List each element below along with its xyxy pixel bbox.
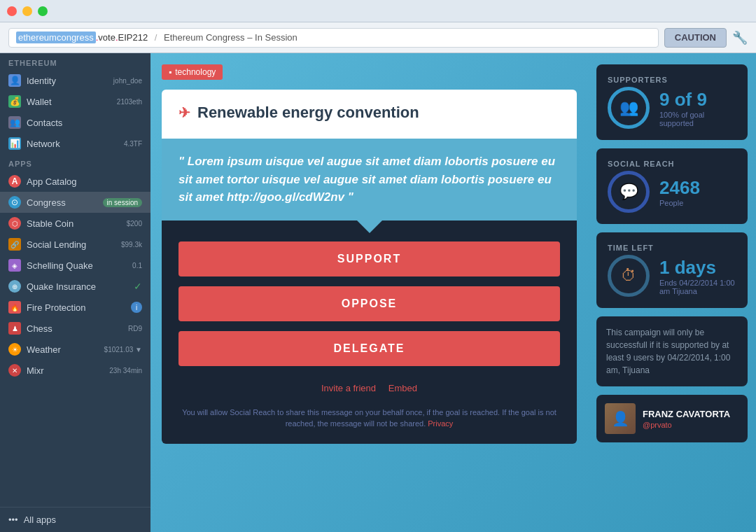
time-left-icon: ⏱	[621, 267, 636, 285]
social-reach-value: 2468	[659, 177, 700, 199]
sidebar-label-weather: Weather	[27, 344, 99, 355]
main-panel: ▪ technology ✈ Renewable energy conventi…	[150, 53, 588, 532]
supporters-card: SUPPORTERS 👥 9 of 9 100% of goal support…	[596, 64, 748, 140]
action-card: SUPPORT OPPOSE DELEGATE Invite a friend …	[162, 220, 577, 444]
sidebar-label-network: Network	[27, 139, 118, 149]
sidebar-section-ethereum: ETHEREUM	[0, 53, 150, 70]
congress-icon: ⊙	[8, 196, 21, 209]
url-field[interactable]: ethereumcongress . vote . EIP212 / Ether…	[8, 28, 659, 48]
tech-badge-icon: ▪	[169, 67, 172, 77]
sidebar-label-mixr: Mixr	[27, 365, 104, 376]
card-title: ✈ Renewable energy convention	[178, 104, 560, 122]
time-left-label: TIME LEFT	[608, 244, 654, 252]
sidebar-badge-weather: $1021.03 ▼	[104, 346, 142, 354]
sidebar-item-chess[interactable]: ♟ Chess RD9	[0, 318, 150, 339]
supporters-icon: 👥	[620, 99, 638, 117]
sidebar-badge-mixr: 23h 34min	[109, 367, 142, 374]
sociallending-icon: 🔗	[8, 238, 21, 251]
mixr-icon: ✕	[8, 364, 21, 377]
card-title-text: Renewable energy convention	[197, 104, 419, 122]
sidebar-label-sociallending: Social Lending	[27, 239, 115, 250]
sidebar-badge-quakeinsurance: ✓	[134, 281, 142, 292]
urlbar: ethereumcongress . vote . EIP212 / Ether…	[0, 22, 756, 53]
tech-badge-label: technology	[175, 67, 216, 77]
caution-button[interactable]: CAUTION	[664, 28, 727, 48]
schellingquake-icon: ◈	[8, 259, 21, 272]
social-reach-row: 💬 2468 People	[608, 171, 736, 213]
supporters-row: 👥 9 of 9 100% of goal supported	[608, 87, 736, 129]
social-reach-circle: 💬	[608, 171, 650, 213]
tech-badge: ▪ technology	[162, 64, 223, 80]
url-part-vote: vote	[98, 32, 115, 43]
url-separator: /	[152, 32, 160, 43]
sidebar-item-weather[interactable]: ☀ Weather $1021.03 ▼	[0, 339, 150, 360]
person-name: FRANZ CAVATORTA	[643, 409, 730, 419]
person-handle: @prvato	[643, 421, 730, 429]
sidebar-badge-stablecoin: $200	[127, 220, 142, 227]
title-card: ✈ Renewable energy convention	[162, 90, 577, 139]
delegate-button[interactable]: DELEGATE	[178, 331, 560, 366]
quote-card: " Lorem ipsum uisque vel augue sit amet …	[162, 139, 577, 220]
sidebar-item-schellingquake[interactable]: ◈ Schelling Quake 0.1	[0, 255, 150, 276]
close-button[interactable]	[7, 6, 17, 16]
identity-icon: 👤	[8, 74, 21, 87]
sidebar-item-appcatalog[interactable]: A App Catalog	[0, 171, 150, 192]
content-area: ▪ technology ✈ Renewable energy conventi…	[150, 53, 756, 532]
oppose-button[interactable]: OPPOSE	[178, 286, 560, 321]
sidebar-item-congress[interactable]: ⊙ Congress in session	[0, 192, 150, 213]
supporters-circle: 👥	[608, 87, 650, 129]
time-left-card: TIME LEFT ⏱ 1 days Ends 04/22/2014 1:00 …	[596, 232, 748, 308]
sidebar-label-appcatalog: App Catalog	[27, 176, 142, 187]
supporters-sub: 100% of goal supported	[659, 111, 736, 127]
time-left-circle: ⏱	[608, 255, 650, 297]
sidebar-item-sociallending[interactable]: 🔗 Social Lending $99.3k	[0, 234, 150, 255]
embed-link[interactable]: Embed	[388, 383, 417, 393]
time-left-sub: Ends 04/22/2014 1:00 am Tijuana	[659, 279, 736, 295]
invite-link[interactable]: Invite a friend	[321, 383, 376, 393]
sidebar-badge-sociallending: $99.3k	[121, 241, 142, 248]
sidebar-label-schellingquake: Schelling Quake	[27, 260, 127, 271]
quakeinsurance-icon: ⊕	[8, 280, 21, 293]
sidebar-item-contacts[interactable]: 👥 Contacts	[0, 112, 150, 133]
fireprotection-icon: 🔥	[8, 301, 21, 314]
stablecoin-icon: ⬡	[8, 217, 21, 230]
social-reach-card: SOCIAL REACH 💬 2468 People	[596, 148, 748, 224]
sidebar: ETHEREUM 👤 Identity john_doe 💰 Wallet 21…	[0, 53, 150, 532]
minimize-button[interactable]	[22, 6, 32, 16]
url-part-domain: ethereumcongress	[16, 31, 96, 43]
all-apps-label: All apps	[24, 514, 56, 525]
person-card: 👤 FRANZ CAVATORTA @prvato	[596, 395, 748, 442]
right-panel: SUPPORTERS 👥 9 of 9 100% of goal support…	[588, 53, 756, 532]
titlebar	[0, 0, 756, 22]
campaign-note: This campaign will only be successfull i…	[596, 316, 748, 386]
wallet-icon: 💰	[8, 95, 21, 108]
support-button[interactable]: SUPPORT	[178, 241, 560, 276]
sidebar-item-wallet[interactable]: 💰 Wallet 2103eth	[0, 91, 150, 112]
sidebar-badge-congress: in session	[103, 198, 142, 207]
invite-row: Invite a friend Embed	[178, 376, 560, 397]
sidebar-item-mixr[interactable]: ✕ Mixr 23h 34min	[0, 360, 150, 381]
sidebar-item-network[interactable]: 📊 Network 4.3TF	[0, 133, 150, 154]
maximize-button[interactable]	[38, 6, 48, 16]
sidebar-item-quakeinsurance[interactable]: ⊕ Quake Insurance ✓	[0, 276, 150, 297]
all-apps-dots: •••	[8, 514, 18, 525]
time-left-row: ⏱ 1 days Ends 04/22/2014 1:00 am Tijuana	[608, 255, 736, 297]
sidebar-item-fireprotection[interactable]: 🔥 Fire Protection i	[0, 297, 150, 318]
sidebar-badge-wallet: 2103eth	[117, 98, 142, 106]
sidebar-label-quakeinsurance: Quake Insurance	[27, 281, 128, 292]
tools-icon[interactable]: 🔧	[732, 30, 748, 46]
sidebar-item-identity[interactable]: 👤 Identity john_doe	[0, 70, 150, 91]
weather-icon: ☀	[8, 343, 21, 356]
sidebar-item-stablecoin[interactable]: ⬡ Stable Coin $200	[0, 213, 150, 234]
appcatalog-icon: A	[8, 175, 21, 188]
social-reach-icon: 💬	[620, 183, 638, 201]
contacts-icon: 👥	[8, 116, 21, 129]
time-left-value: 1 days	[659, 257, 736, 279]
main-layout: ETHEREUM 👤 Identity john_doe 💰 Wallet 21…	[0, 53, 756, 532]
sidebar-label-congress: Congress	[27, 197, 97, 208]
privacy-link[interactable]: Privacy	[428, 419, 453, 428]
sidebar-badge-fireprotection: i	[131, 302, 142, 313]
person-info: FRANZ CAVATORTA @prvato	[643, 409, 730, 429]
all-apps-link[interactable]: ••• All apps	[0, 507, 150, 532]
sidebar-label-stablecoin: Stable Coin	[27, 218, 121, 229]
